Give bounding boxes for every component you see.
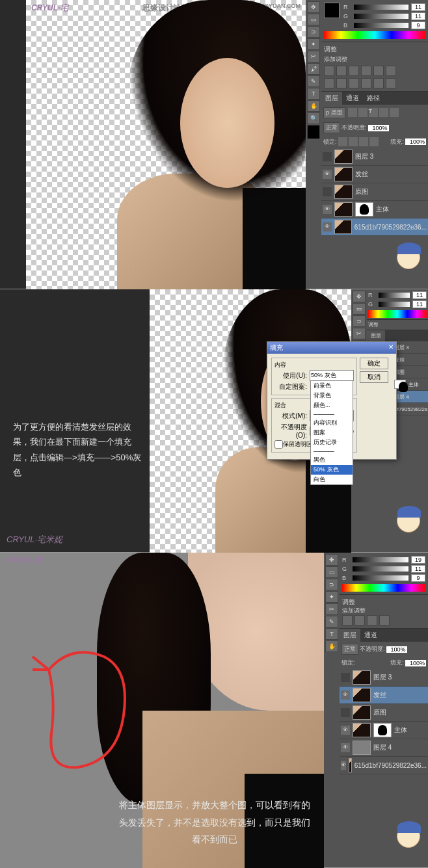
- crop-tool[interactable]: ✂: [307, 51, 320, 62]
- visibility-toggle[interactable]: 👁: [341, 690, 350, 700]
- blend-mode[interactable]: 正常: [323, 122, 340, 133]
- type-tool[interactable]: T: [325, 628, 338, 640]
- adj-bw[interactable]: [324, 78, 334, 88]
- move-tool[interactable]: ✥: [307, 1, 320, 13]
- layer-thumbnail[interactable]: [334, 202, 353, 217]
- layer-thumbnail[interactable]: [353, 723, 371, 737]
- lock-all-icon[interactable]: [369, 137, 379, 146]
- canvas-area[interactable]: CRYUL-宅 思缘设计论坛 WWW.MISSYUAN.COM: [26, 0, 306, 289]
- adj-mixer[interactable]: [349, 78, 359, 88]
- fill-value[interactable]: 100%: [405, 138, 426, 145]
- hand-tool[interactable]: ✋: [325, 640, 338, 652]
- adj-vibrance[interactable]: [373, 66, 384, 76]
- adj-curves[interactable]: [349, 66, 359, 76]
- brush-tool[interactable]: ✎: [325, 616, 338, 627]
- tab-layers[interactable]: 图层: [321, 92, 342, 105]
- visibility-toggle[interactable]: [341, 673, 350, 682]
- layer-thumbnail[interactable]: [353, 670, 371, 685]
- b-slider[interactable]: [354, 23, 408, 28]
- layer-mask-thumbnail[interactable]: [373, 723, 392, 737]
- color-spectrum[interactable]: [324, 31, 425, 39]
- visibility-toggle[interactable]: 👁: [323, 222, 332, 231]
- visibility-toggle[interactable]: [323, 152, 332, 161]
- tab-paths[interactable]: 路径: [363, 92, 384, 105]
- layer-row[interactable]: 👁615d1bf790529822e36...: [321, 218, 428, 236]
- g-value[interactable]: 11: [411, 12, 425, 20]
- r-value[interactable]: 11: [411, 3, 425, 11]
- filter-shape-icon[interactable]: [379, 108, 388, 117]
- marquee-tool[interactable]: ▭: [325, 566, 338, 578]
- opacity-value[interactable]: 100%: [368, 125, 389, 131]
- marquee-tool[interactable]: ▭: [353, 303, 366, 315]
- close-icon[interactable]: ✕: [388, 343, 394, 352]
- move-tool[interactable]: ✥: [353, 291, 366, 302]
- visibility-toggle[interactable]: 👁: [341, 761, 346, 770]
- visibility-toggle[interactable]: [323, 187, 332, 196]
- adj-poster[interactable]: [386, 78, 396, 88]
- tab-layers-2[interactable]: 图层: [367, 330, 385, 341]
- marquee-tool[interactable]: ▭: [307, 14, 320, 25]
- g-slider[interactable]: [354, 14, 408, 19]
- visibility-toggle[interactable]: 👁: [323, 205, 332, 214]
- adj-ic[interactable]: [379, 615, 390, 625]
- layer-thumbnail[interactable]: [334, 185, 353, 199]
- op-3[interactable]: 100%: [386, 646, 407, 653]
- layer-thumbnail[interactable]: [353, 688, 371, 702]
- cancel-button[interactable]: 取消: [360, 371, 388, 383]
- fill-3[interactable]: 100%: [405, 660, 426, 666]
- layer-filter[interactable]: p 类型: [323, 107, 345, 118]
- filter-adj-icon[interactable]: [358, 108, 368, 117]
- canvas-area-3[interactable]: CRYUL-宅 将主体图层显示，并放大整个图，可以看到有的头发丢失了，并不是选取…: [0, 553, 324, 868]
- lock-pixels-icon[interactable]: [349, 137, 358, 146]
- b-val-3[interactable]: 9: [411, 574, 425, 582]
- adj-ic[interactable]: [354, 615, 365, 625]
- fill-option[interactable]: 50% 灰色: [311, 465, 353, 475]
- crop-tool[interactable]: ✂: [325, 603, 338, 615]
- layer-mask-thumbnail[interactable]: [394, 380, 406, 389]
- type-tool[interactable]: T: [307, 88, 320, 99]
- layer-row[interactable]: 👁615d1bf790529822e36...: [340, 757, 428, 774]
- lasso-tool[interactable]: ⊃: [353, 315, 366, 327]
- r-slider[interactable]: [354, 5, 408, 10]
- fill-option[interactable]: 历史记录: [311, 438, 353, 447]
- tab-ch-3[interactable]: 通道: [360, 629, 381, 642]
- adj-exposure[interactable]: [361, 66, 371, 76]
- foreground-color[interactable]: [307, 125, 320, 139]
- crop-tool[interactable]: ✂: [353, 328, 366, 339]
- lasso-tool[interactable]: ⊃: [325, 579, 338, 590]
- adj-brightness[interactable]: [324, 66, 334, 76]
- fill-option[interactable]: 图案: [311, 428, 353, 438]
- canvas-area-2[interactable]: 填充✕ 确定 取消 内容 使用(U): 50% 灰色 前景色背景色颜色...──…: [150, 289, 351, 553]
- lock-transparency-icon[interactable]: [338, 137, 347, 146]
- adj-ic[interactable]: [342, 615, 353, 625]
- layer-row[interactable]: 👁图层 4: [340, 739, 428, 757]
- layer-thumbnail[interactable]: [334, 150, 353, 164]
- lock-position-icon[interactable]: [359, 137, 368, 146]
- filter-type-icon[interactable]: T: [369, 108, 378, 117]
- layer-thumbnail[interactable]: [353, 705, 371, 720]
- visibility-toggle[interactable]: 👁: [341, 743, 350, 752]
- r-val-3[interactable]: 19: [411, 556, 425, 564]
- fill-option[interactable]: ─────: [311, 410, 353, 418]
- tab-channels[interactable]: 通道: [342, 92, 363, 105]
- adj-invert[interactable]: [373, 78, 384, 88]
- use-dropdown[interactable]: 50% 灰色 前景色背景色颜色...─────内容识别图案历史记录─────黑色…: [310, 370, 354, 381]
- g-val[interactable]: 11: [412, 300, 427, 308]
- layer-row[interactable]: 图层 3: [340, 669, 428, 687]
- fill-option[interactable]: 白色: [311, 475, 353, 484]
- tab-layers-3[interactable]: 图层: [340, 629, 360, 642]
- layer-row[interactable]: 原图: [321, 183, 428, 201]
- adj-hue[interactable]: [386, 66, 396, 76]
- visibility-toggle[interactable]: 👁: [341, 726, 350, 735]
- filter-img-icon[interactable]: [348, 108, 357, 117]
- adj-levels[interactable]: [336, 66, 347, 76]
- foreground-swatch[interactable]: [324, 3, 340, 18]
- adj-lookup[interactable]: [361, 78, 371, 88]
- layer-row[interactable]: 原图: [340, 704, 428, 722]
- fill-option[interactable]: 内容识别: [311, 418, 353, 428]
- adj-ic[interactable]: [367, 615, 377, 625]
- fill-option[interactable]: 黑色: [311, 455, 353, 465]
- visibility-toggle[interactable]: [341, 708, 350, 717]
- g-val-3[interactable]: 11: [411, 565, 425, 573]
- wand-tool[interactable]: ✦: [325, 591, 338, 603]
